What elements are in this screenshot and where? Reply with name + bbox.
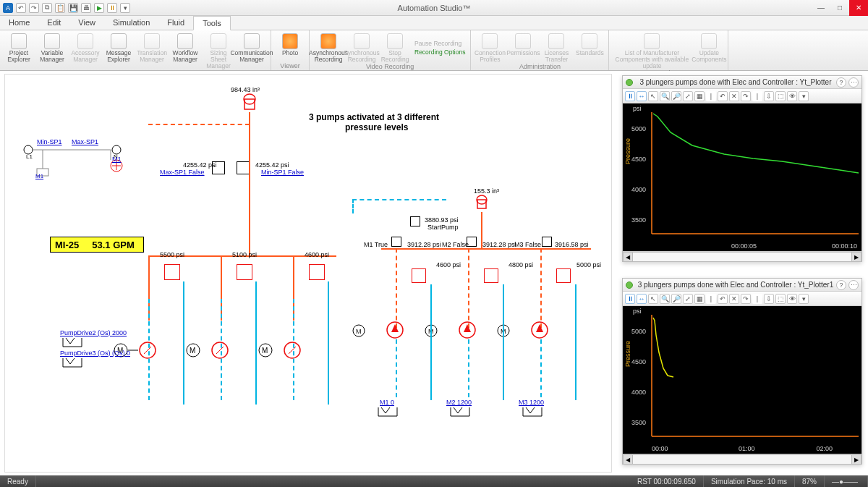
photo-button[interactable]: Photo (274, 32, 306, 62)
scroll-left-icon[interactable]: ◀ (623, 252, 633, 262)
plotter1-line-icon (623, 103, 863, 251)
tab-tools[interactable]: Tools (193, 16, 231, 30)
qat-save-icon[interactable]: 💾 (68, 3, 78, 13)
plotter-panel-1: 3 plungers pumps done with Elec and Cont… (622, 75, 862, 262)
plotter1-chart[interactable]: psi Pressure 5000 4500 4000 3500 00:00:0… (623, 103, 861, 251)
qat-paste-icon[interactable]: 📋 (55, 3, 65, 13)
quick-access-toolbar: A ↶ ↷ ⧉ 📋 💾 🖶 ▶ ⏸ ▾ (0, 3, 130, 13)
fit-icon[interactable]: ↔ (637, 294, 647, 304)
grid-icon[interactable]: ▦ (694, 91, 705, 101)
snap-icon[interactable]: ⬚ (775, 294, 786, 304)
plotter1-menu-button[interactable]: ⋯ (848, 77, 859, 88)
eye-icon[interactable]: 👁 (787, 91, 797, 101)
pause-icon[interactable]: ⏸ (625, 91, 635, 101)
qat-run-icon[interactable]: ▶ (94, 3, 104, 13)
pause-icon[interactable]: ⏸ (625, 294, 635, 304)
message-explorer-button[interactable]: Message Explorer (103, 32, 135, 69)
plotter2-scrollbar[interactable]: ◀▶ (623, 454, 861, 464)
m2-bottom[interactable]: M2 1200 (446, 399, 472, 406)
more-icon[interactable]: ▾ (799, 91, 809, 101)
communication-manager-button[interactable]: Communication Manager (236, 32, 268, 69)
m1-state: M1 True (364, 241, 388, 248)
cursor-icon[interactable]: ↖ (648, 91, 658, 101)
plotter1-help-button[interactable]: ? (836, 77, 846, 88)
project-explorer-button[interactable]: Project Explorer (3, 32, 35, 69)
relief-valve-6 (556, 268, 571, 283)
tab-fluid[interactable]: Fluid (158, 16, 193, 30)
clear-icon[interactable]: ✕ (729, 91, 739, 101)
tab-view[interactable]: View (69, 16, 104, 30)
key-icon (548, 33, 564, 49)
qat-copy-icon[interactable]: ⧉ (42, 3, 52, 13)
window-close-button[interactable]: ✕ (849, 0, 868, 16)
scroll-right-icon[interactable]: ▶ (851, 252, 861, 262)
fit-icon[interactable]: ↔ (637, 91, 647, 101)
tab-simulation[interactable]: Simulation (104, 16, 158, 30)
max-sp1-false[interactable]: Max-SP1 False (160, 169, 205, 176)
sep-icon: | (706, 294, 716, 304)
grid-icon[interactable]: ▦ (694, 294, 705, 304)
m1-link[interactable]: M1 (112, 156, 122, 163)
cursor-icon[interactable]: ↖ (648, 294, 658, 304)
relief-valve-2 (237, 264, 252, 280)
export-icon[interactable]: ⇩ (764, 91, 774, 101)
undo-icon[interactable]: ↶ (718, 91, 728, 101)
pump-right-1 (386, 321, 404, 339)
pressure-6: 5000 psi (576, 261, 601, 268)
qat-redo-icon[interactable]: ↷ (29, 3, 39, 13)
scroll-left-icon[interactable]: ◀ (623, 454, 633, 465)
workflow-manager-button[interactable]: Workflow Manager (169, 32, 201, 69)
zoom-in-icon[interactable]: 🔍 (660, 294, 670, 304)
stop-recording-button: Stop Recording (379, 32, 411, 63)
zoom-fit-icon[interactable]: ⤢ (683, 91, 693, 101)
list-icon (644, 33, 660, 49)
more-icon[interactable]: ▾ (799, 294, 809, 304)
window-minimize-button[interactable]: — (812, 0, 830, 16)
zoom-in-icon[interactable]: 🔍 (660, 91, 670, 101)
eye-icon[interactable]: 👁 (787, 294, 797, 304)
sheet-icon (210, 33, 226, 49)
m1-bottom[interactable]: M1 0 (380, 399, 394, 406)
variable-manager-button[interactable]: Variable Manager (36, 32, 68, 69)
m3-bottom[interactable]: M3 1200 (519, 399, 544, 406)
qat-more-icon[interactable]: ▾ (120, 3, 130, 13)
qat-pause-icon[interactable]: ⏸ (107, 3, 117, 13)
async-recording-button[interactable]: Asynchronous Recording (312, 32, 344, 63)
clear-icon[interactable]: ✕ (729, 294, 739, 304)
plotter1-scrollbar[interactable]: ◀▶ (623, 251, 861, 261)
scroll-right-icon[interactable]: ▶ (851, 454, 861, 465)
window-maximize-button[interactable]: □ (830, 0, 849, 16)
diagram-canvas[interactable]: 3 pumps activated at 3 different pressur… (4, 74, 612, 473)
relief-valve-3 (309, 264, 325, 280)
zoom-fit-icon[interactable]: ⤢ (683, 294, 693, 304)
tab-home[interactable]: Home (0, 16, 38, 30)
pumpdrive2-link[interactable]: PumpDrive2 (Os) 2000 (60, 329, 127, 336)
qat-undo-icon[interactable]: ↶ (16, 3, 26, 13)
m1-box-label[interactable]: M1 (35, 173, 43, 179)
plotter2-help-button[interactable]: ? (836, 280, 846, 290)
svg-marker-30 (464, 324, 471, 332)
undo-icon[interactable]: ↶ (718, 294, 728, 304)
accumulator-value: 984.43 in³ (231, 86, 260, 93)
qat-logo-icon[interactable]: A (3, 3, 13, 13)
sep-icon: | (706, 91, 716, 101)
scroll-track[interactable] (633, 252, 851, 262)
qat-print-icon[interactable]: 🖶 (81, 3, 91, 13)
redo-icon[interactable]: ↷ (741, 294, 751, 304)
update-icon (701, 33, 717, 49)
pumpdrive3-link[interactable]: PumpDrive3 (Os) (Os) 0 (60, 350, 130, 357)
export-icon[interactable]: ⇩ (764, 294, 774, 304)
plotter2-menu-button[interactable]: ⋯ (848, 280, 859, 290)
update-components-button: Update Components (693, 32, 725, 69)
tab-edit[interactable]: Edit (38, 16, 69, 30)
reading-id: MI-25 (55, 240, 79, 250)
scroll-track[interactable] (633, 454, 851, 465)
zoom-out-icon[interactable]: 🔎 (671, 91, 681, 101)
svg-text:M: M (356, 328, 362, 335)
zoom-out-icon[interactable]: 🔎 (671, 294, 681, 304)
redo-icon[interactable]: ↷ (741, 91, 751, 101)
min-sp1-false[interactable]: Min-SP1 False (261, 169, 304, 176)
status-zoom-slider[interactable]: —●—— (825, 475, 868, 487)
snap-icon[interactable]: ⬚ (775, 91, 786, 101)
plotter2-chart[interactable]: psi Pressure 5000 4500 4000 3500 00:00 0… (623, 306, 861, 454)
